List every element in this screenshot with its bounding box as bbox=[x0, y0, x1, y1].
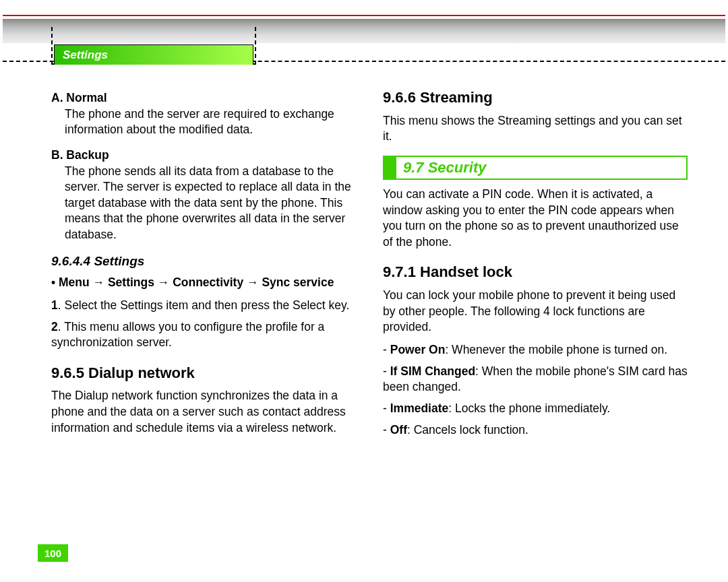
menu-path: • Menu → Settings → Connectivity → Sync … bbox=[51, 275, 356, 291]
section-tab-label: Settings bbox=[63, 48, 108, 62]
heading-9-6-6: 9.6.6 Streaming bbox=[383, 88, 688, 108]
step-1-number: 1 bbox=[51, 298, 58, 312]
opt2-label: If SIM Changed bbox=[390, 364, 475, 378]
item-a-body: The phone and the server are required to… bbox=[65, 106, 356, 138]
opt1-text: : Whenever the mobile phone is turned on… bbox=[445, 343, 667, 356]
section-9-7-box: 9.7 Security bbox=[383, 156, 688, 180]
lock-option-immediate: - Immediate: Locks the phone immediately… bbox=[383, 401, 688, 417]
body-9-6-6: This menu shows the Streaming settings a… bbox=[383, 113, 688, 145]
step-2-number: 2 bbox=[51, 320, 58, 333]
item-b-head: B. Backup bbox=[51, 148, 356, 164]
left-column: A. Normal The phone and the server are r… bbox=[51, 88, 356, 528]
section-9-7-bar-icon bbox=[384, 157, 396, 179]
opt4-text: : Cancels lock function. bbox=[407, 423, 528, 437]
page-number: 100 bbox=[38, 544, 68, 562]
heading-9-6-5: 9.6.5 Dialup network bbox=[51, 363, 356, 383]
opt3-text: : Locks the phone immediately. bbox=[448, 401, 610, 415]
content-columns: A. Normal The phone and the server are r… bbox=[51, 88, 688, 528]
step-1: 1. Select the Settings item and then pre… bbox=[51, 298, 356, 314]
intro-9-7-1: You can lock your mobile phone to preven… bbox=[383, 288, 688, 335]
lock-option-if-sim-changed: - If SIM Changed: When the mobile phone'… bbox=[383, 364, 688, 395]
lock-option-off: - Off: Cancels lock function. bbox=[383, 422, 688, 439]
section-tab-settings: Settings bbox=[54, 44, 253, 65]
item-b-body: The phone sends all its data from a data… bbox=[65, 164, 356, 243]
step-2: 2. This menu allows you to configure the… bbox=[51, 319, 356, 351]
lock-option-power-on: - Power On: Whenever the mobile phone is… bbox=[383, 342, 688, 358]
opt3-label: Immediate bbox=[390, 401, 449, 415]
item-a-head: A. Normal bbox=[51, 90, 356, 106]
body-9-7: You can activate a PIN code. When it is … bbox=[383, 187, 688, 251]
section-9-7-title: 9.7 Security bbox=[396, 157, 487, 179]
step-2-text: . This menu allows you to configure the … bbox=[51, 320, 324, 350]
step-1-text: . Select the Settings item and then pres… bbox=[58, 298, 350, 312]
right-column: 9.6.6 Streaming This menu shows the Stre… bbox=[383, 88, 688, 528]
heading-9-6-4-4: 9.6.4.4 Settings bbox=[51, 253, 356, 270]
top-red-divider bbox=[3, 15, 725, 16]
body-9-6-5: The Dialup network function synchronizes… bbox=[51, 388, 356, 436]
opt4-label: Off bbox=[390, 423, 407, 437]
heading-9-7-1: 9.7.1 Handset lock bbox=[383, 262, 688, 282]
manual-page: Settings A. Normal The phone and the ser… bbox=[0, 0, 728, 582]
opt1-label: Power On bbox=[390, 343, 446, 356]
